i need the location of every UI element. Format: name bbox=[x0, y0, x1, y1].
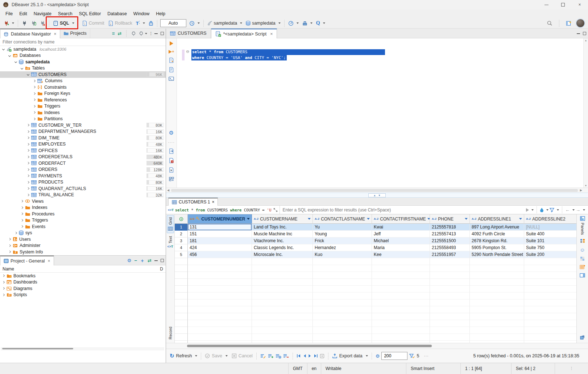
first-row-icon[interactable] bbox=[297, 354, 301, 358]
cell-customername[interactable]: Vitachrome Inc. bbox=[252, 238, 313, 244]
sql-line-2[interactable]: where COUNTRY = 'USA' and CITY = 'NYC'; bbox=[191, 55, 385, 61]
chevron-right-icon[interactable] bbox=[33, 118, 36, 120]
link-with-editor-icon[interactable]: ⇄ bbox=[117, 31, 121, 36]
delete-row-icon[interactable] bbox=[283, 354, 289, 358]
tree-item-indexes[interactable]: Indexes bbox=[0, 205, 166, 211]
execute-script-icon[interactable] bbox=[169, 58, 174, 63]
tab-projects[interactable]: Projects bbox=[60, 29, 90, 38]
project-columns-header[interactable]: Name D bbox=[0, 265, 166, 273]
chevron-right-icon[interactable] bbox=[27, 168, 29, 171]
commit-mode-select[interactable]: Auto bbox=[160, 19, 186, 27]
cell-addressline2[interactable]: [NULL] bbox=[524, 224, 576, 231]
result-query-label[interactable]: <>T select * from CUSTOMERS where COUNTR… bbox=[166, 206, 280, 214]
cell-addressline1[interactable]: 4092 Furth Circle bbox=[470, 231, 524, 238]
status-insert-mode[interactable]: Smart Insert bbox=[406, 363, 460, 374]
chevron-right-icon[interactable] bbox=[21, 219, 23, 222]
tree-item-triggers[interactable]: Triggers bbox=[0, 103, 166, 110]
column-header-addressline2[interactable]: A-ZADDRESSLINE2 bbox=[524, 214, 576, 224]
grid-horizontal-scrollbar[interactable] bbox=[166, 343, 588, 349]
cell-customername[interactable]: Land of Toys Inc. bbox=[252, 224, 313, 231]
column-filter-dropdown-icon[interactable] bbox=[308, 218, 311, 220]
gear-icon[interactable]: ⚙ bbox=[127, 258, 132, 263]
close-results-icon[interactable] bbox=[169, 167, 174, 173]
tree-item-employees[interactable]: EMPLOYEES48K bbox=[0, 141, 166, 148]
cell-contactfirstname[interactable]: Jeff bbox=[372, 231, 430, 238]
user-avatar[interactable] bbox=[576, 19, 584, 27]
data-grid[interactable]: 123CUSTOMERNUMBERA-ZCUSTOMERNAMEA-ZCONTA… bbox=[175, 214, 576, 343]
problems-icon[interactable] bbox=[169, 158, 174, 163]
editor-horizontal-scrollbar[interactable]: ◀▶ bbox=[166, 188, 588, 193]
collapse-all-icon[interactable]: − bbox=[134, 258, 137, 263]
apply-filter-icon[interactable] bbox=[526, 208, 529, 212]
chevron-down-icon[interactable] bbox=[8, 54, 11, 57]
row-number[interactable]: 1 bbox=[175, 224, 188, 231]
filter-history-forward-icon[interactable]: → bbox=[576, 207, 580, 213]
grid-settings-gear-icon[interactable]: ⚙ bbox=[376, 354, 380, 358]
chevron-right-icon[interactable] bbox=[27, 162, 29, 164]
cell-phone[interactable]: 2125557818 bbox=[430, 224, 470, 231]
cell-addressline1[interactable]: 5905 Pompton St. bbox=[470, 244, 524, 251]
cell-contactfirstname[interactable]: Michael bbox=[372, 238, 430, 244]
close-icon[interactable]: × bbox=[54, 31, 56, 37]
result-filter-input[interactable] bbox=[280, 206, 523, 214]
menu-sql-editor[interactable]: SQL Editor bbox=[76, 9, 104, 18]
chevron-down-icon[interactable] bbox=[27, 73, 29, 76]
reconnect-button[interactable] bbox=[29, 20, 38, 27]
status-selection[interactable]: Sel: 64 | 2 bbox=[511, 363, 555, 374]
chevron-right-icon[interactable] bbox=[27, 124, 29, 126]
cell-contactlastname[interactable]: Kuo bbox=[313, 251, 372, 258]
cancel-button[interactable]: Cancel bbox=[239, 353, 253, 358]
chevron-down-icon[interactable] bbox=[15, 60, 17, 63]
open-in-editor-icon[interactable] bbox=[580, 335, 585, 340]
status-caret-position[interactable]: 1 : 1 [64] bbox=[460, 363, 511, 374]
tree-item-payments[interactable]: PAYMENTS48K bbox=[0, 173, 166, 179]
cell-addressline1[interactable]: 897 Long Airport Avenue bbox=[470, 224, 524, 231]
overflow-menu-icon[interactable]: ··· bbox=[424, 353, 428, 358]
tab-database-navigator[interactable]: Database Navigator× bbox=[0, 29, 60, 38]
link-with-editor-icon[interactable]: ⇄ bbox=[148, 258, 152, 263]
column-filter-dropdown-icon[interactable] bbox=[519, 218, 522, 220]
show-view-button[interactable] bbox=[564, 20, 573, 27]
sql-text[interactable]: select * from CUSTOMERSwhere COUNTRY = '… bbox=[191, 49, 385, 60]
tree-item-foreign-keys[interactable]: Foreign Keys bbox=[0, 91, 166, 97]
close-icon[interactable]: × bbox=[212, 199, 214, 205]
duplicate-row-icon[interactable] bbox=[276, 354, 281, 358]
driver-manager-button[interactable] bbox=[301, 20, 314, 27]
column-filter-dropdown-icon[interactable] bbox=[465, 218, 468, 220]
menu-search[interactable]: Search bbox=[55, 9, 76, 18]
cell-customernumber[interactable]: 151 bbox=[188, 231, 252, 238]
tree-item-department-managers[interactable]: DEPARTMENT_MANAGERS16K bbox=[0, 129, 166, 135]
sql-console-icon[interactable] bbox=[169, 76, 174, 81]
previous-row-icon[interactable] bbox=[303, 354, 306, 358]
select-all-corner[interactable] bbox=[175, 214, 188, 224]
tree-item-customer-w-ter[interactable]: CUSTOMER_W_TER80K bbox=[0, 122, 166, 129]
tree-item-sampledata[interactable]: sampledata bbox=[0, 59, 166, 65]
next-row-icon[interactable] bbox=[308, 354, 312, 358]
presentation-record-tab[interactable]: Record bbox=[167, 325, 174, 341]
fetch-segment-icon[interactable] bbox=[409, 354, 415, 358]
tree-item-administer[interactable]: Administer bbox=[0, 243, 166, 249]
cell-phone[interactable]: 2125557413 bbox=[430, 231, 470, 238]
menu-navigate[interactable]: Navigate bbox=[30, 9, 55, 18]
tree-item-quadrant-actuals[interactable]: QUADRANT_ACTUALS16K bbox=[0, 185, 166, 192]
chevron-right-icon[interactable] bbox=[8, 244, 11, 247]
tab-customers-1[interactable]: CUSTOMERS 1× bbox=[168, 198, 218, 206]
toggle-record-icon[interactable] bbox=[320, 354, 324, 358]
column-filter-dropdown-icon[interactable] bbox=[367, 218, 370, 220]
dashboard-button[interactable] bbox=[286, 20, 301, 27]
minimize-button[interactable] bbox=[538, 0, 555, 9]
chevron-right-icon[interactable] bbox=[33, 98, 36, 101]
more-actions-icon[interactable]: ···· bbox=[168, 140, 175, 144]
table-row[interactable]: 4424Classic Legends Inc.HernandezMaria21… bbox=[175, 244, 576, 251]
quick-search-button[interactable] bbox=[545, 19, 554, 27]
chevron-right-icon[interactable] bbox=[21, 206, 23, 209]
tree-item-sys[interactable]: sys bbox=[0, 230, 166, 236]
minimize-editor-icon[interactable] bbox=[577, 33, 580, 34]
cell-contactfirstname[interactable]: Maria bbox=[372, 244, 430, 251]
tree-item-trial-balance[interactable]: TRIAL_BALANCE32K bbox=[0, 192, 166, 198]
project-item-scripts[interactable]: Scripts bbox=[0, 292, 166, 298]
close-button[interactable]: × bbox=[571, 0, 588, 9]
chevron-right-icon[interactable] bbox=[21, 213, 23, 215]
status-language[interactable]: en bbox=[307, 363, 321, 374]
last-row-icon[interactable] bbox=[314, 354, 318, 358]
